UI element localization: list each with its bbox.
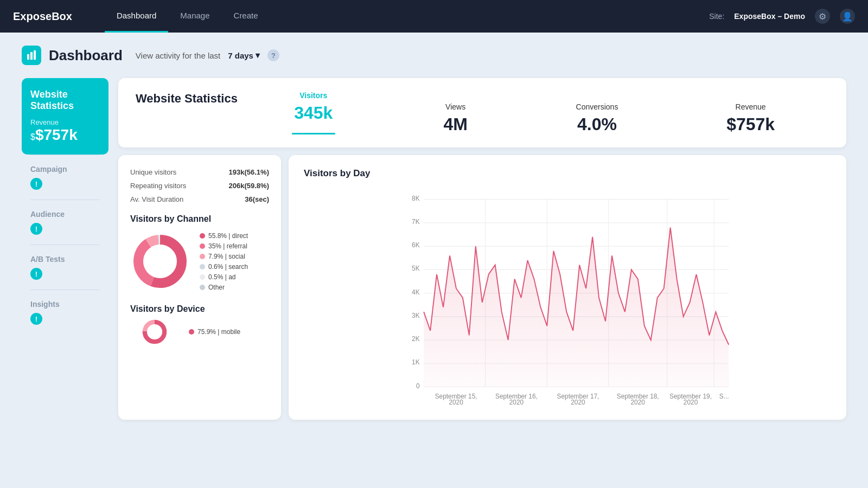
- chart-area: 8K 7K 6K 5K 4K 3K 2K 1K 0: [304, 188, 831, 407]
- brand-logo: ExposeBox: [13, 10, 72, 23]
- visit-duration-label: Av. Visit Duration: [130, 195, 183, 203]
- site-name: ExposeBox – Demo: [734, 12, 805, 21]
- legend-dot-other: [200, 285, 205, 290]
- legend-other: Other: [200, 284, 248, 291]
- svg-text:S...: S...: [719, 393, 729, 400]
- legend-label-direct: 55.8% | direct: [208, 232, 248, 240]
- left-panel: Unique visitors 193k(56.1%) Repeating vi…: [118, 155, 281, 420]
- right-panel: Visitors by Day 8K 7K 6K 5K 4K 3K 2K 1K: [289, 155, 846, 420]
- metric-label-revenue: Revenue: [726, 102, 775, 111]
- legend-label-other: Other: [208, 284, 225, 291]
- stats-title: Website Statistics: [136, 91, 238, 107]
- device-donut-area: 75.9% | mobile: [130, 318, 269, 345]
- svg-rect-2: [34, 50, 36, 60]
- stats-card: Website Statistics Visitors 345k Views 4…: [118, 78, 846, 147]
- site-prefix: Site:: [709, 12, 724, 21]
- legend-label-social: 7.9% | social: [208, 253, 245, 260]
- main-layout: Website Statistics Revenue $$757k Campai…: [22, 78, 846, 420]
- settings-icon[interactable]: ⚙: [815, 9, 830, 24]
- metric-value-revenue: $757k: [726, 114, 775, 134]
- sidebar-warn-audience: !: [30, 223, 42, 235]
- sidebar-warn-campaign: !: [30, 178, 42, 190]
- device-title: Visitors by Device: [130, 304, 269, 314]
- sidebar-item-audience[interactable]: Audience !: [22, 200, 108, 245]
- svg-text:8K: 8K: [412, 195, 420, 202]
- svg-text:2020: 2020: [509, 399, 524, 404]
- metric-value-visitors: 345k: [292, 103, 335, 123]
- navbar: ExposeBox Dashboard Manage Create Site: …: [0, 0, 868, 33]
- stat-row-repeating: Repeating visitors 206k(59.8%): [130, 182, 269, 190]
- sidebar-item-label: Insights: [30, 300, 100, 309]
- sidebar-warn-insights: !: [30, 313, 42, 325]
- nav-create[interactable]: Create: [222, 0, 270, 33]
- channel-title: Visitors by Channel: [130, 214, 269, 224]
- stats-title-block: Website Statistics: [136, 91, 238, 107]
- unique-visitors-value: 193k(56.1%): [229, 168, 269, 176]
- page-title-icon: [22, 46, 41, 65]
- channel-legend: 55.8% | direct 35% | referral 7.9% | soc…: [200, 232, 248, 291]
- metric-conversions[interactable]: Conversions 4.0%: [576, 102, 618, 134]
- visitors-by-day-chart: 8K 7K 6K 5K 4K 3K 2K 1K 0: [304, 188, 831, 404]
- stat-row-duration: Av. Visit Duration 36(sec): [130, 195, 269, 203]
- repeating-visitors-label: Repeating visitors: [130, 182, 186, 190]
- svg-text:0: 0: [416, 382, 420, 390]
- metric-views[interactable]: Views 4M: [443, 102, 467, 134]
- svg-point-11: [148, 325, 161, 338]
- sidebar-item-label: A/B Tests: [30, 255, 100, 264]
- activity-label: View activity for the last: [136, 51, 220, 60]
- legend-direct: 55.8% | direct: [200, 232, 248, 240]
- chart-title: Visitors by Day: [304, 168, 831, 179]
- sidebar-item-label: Audience: [30, 210, 100, 219]
- repeating-visitors-value: 206k(59.8%): [229, 182, 269, 190]
- sidebar-item-label: Website Statistics: [30, 89, 100, 112]
- help-icon[interactable]: ?: [267, 49, 279, 61]
- sidebar: Website Statistics Revenue $$757k Campai…: [22, 78, 108, 335]
- svg-text:2020: 2020: [449, 399, 463, 404]
- svg-text:1K: 1K: [412, 358, 420, 366]
- bottom-panels: Unique visitors 193k(56.1%) Repeating vi…: [118, 155, 846, 420]
- sidebar-item-insights[interactable]: Insights !: [22, 290, 108, 335]
- sidebar-item-label: Campaign: [30, 165, 100, 174]
- legend-ad: 0.5% | ad: [200, 273, 248, 281]
- legend-search: 0.6% | search: [200, 263, 248, 271]
- nav-links: Dashboard Manage Create: [105, 0, 270, 33]
- legend-dot-referral: [200, 243, 205, 249]
- nav-dashboard[interactable]: Dashboard: [105, 0, 168, 33]
- metric-value-views: 4M: [443, 114, 467, 134]
- svg-text:3K: 3K: [412, 312, 420, 319]
- metric-revenue[interactable]: Revenue $757k: [726, 102, 775, 134]
- activity-days-selector[interactable]: 7 days ▾: [228, 50, 260, 60]
- unique-visitors-label: Unique visitors: [130, 168, 176, 176]
- page: Dashboard View activity for the last 7 d…: [0, 33, 868, 433]
- sidebar-revenue-label: Revenue: [30, 118, 59, 126]
- content-area: Website Statistics Visitors 345k Views 4…: [118, 78, 846, 420]
- stat-row-unique: Unique visitors 193k(56.1%): [130, 168, 269, 176]
- sidebar-item-website-statistics[interactable]: Website Statistics Revenue $$757k: [22, 78, 108, 155]
- svg-text:4K: 4K: [412, 288, 420, 296]
- svg-text:2020: 2020: [631, 399, 646, 404]
- legend-referral: 35% | referral: [200, 242, 248, 250]
- sidebar-warn-ab: !: [30, 268, 42, 280]
- metric-visitors[interactable]: Visitors 345k: [292, 91, 335, 134]
- device-donut-chart: [130, 318, 179, 345]
- visit-duration-value: 36(sec): [245, 195, 269, 203]
- metric-label-views: Views: [443, 102, 467, 111]
- user-icon[interactable]: 👤: [840, 9, 855, 24]
- chevron-down-icon: ▾: [256, 50, 260, 60]
- page-title: Dashboard: [49, 47, 123, 64]
- legend-mobile: 75.9% | mobile: [189, 328, 240, 336]
- metric-underline: [292, 133, 335, 134]
- svg-text:2K: 2K: [412, 335, 420, 343]
- sidebar-item-ab-tests[interactable]: A/B Tests !: [22, 245, 108, 290]
- legend-dot-search: [200, 264, 205, 269]
- nav-manage[interactable]: Manage: [168, 0, 221, 33]
- metric-label-visitors: Visitors: [292, 91, 335, 100]
- sidebar-item-campaign[interactable]: Campaign !: [22, 155, 108, 200]
- legend-label-referral: 35% | referral: [208, 242, 247, 250]
- legend-dot-direct: [200, 233, 205, 239]
- channel-donut-chart: [130, 232, 190, 291]
- legend-label-ad: 0.5% | ad: [208, 273, 235, 281]
- legend-social: 7.9% | social: [200, 253, 248, 260]
- metric-label-conversions: Conversions: [576, 102, 618, 111]
- svg-text:6K: 6K: [412, 241, 420, 249]
